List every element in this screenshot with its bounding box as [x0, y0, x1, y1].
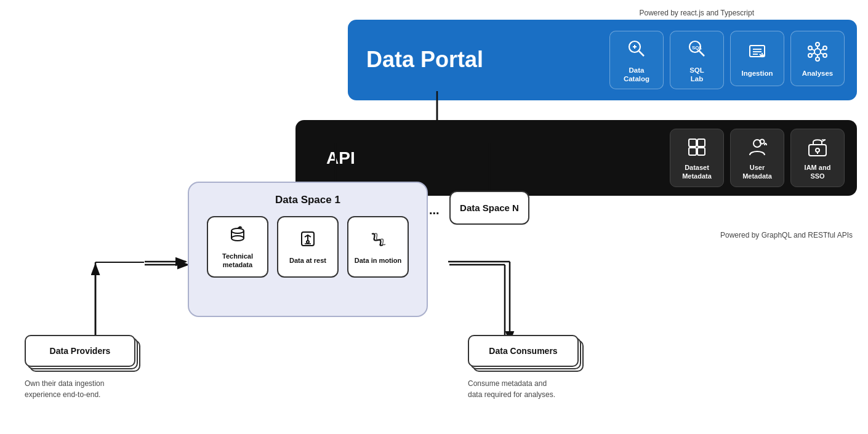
dataset-metadata-icon — [686, 137, 707, 160]
iam-sso-label: IAM andSSO — [805, 164, 831, 180]
ingestion-icon — [746, 41, 768, 66]
portal-icons-row: DataCatalog SQL SQLLab — [609, 31, 845, 89]
svg-rect-38 — [697, 148, 705, 155]
dataspace1-box: Data Space 1 Technicalmetadata — [188, 182, 428, 317]
dataspace1-title: Data Space 1 — [200, 194, 416, 206]
technical-metadata-label: Technicalmetadata — [222, 252, 253, 268]
svg-line-34 — [821, 49, 824, 50]
data-consumers-section: Data Consumers Consume metadata anddata … — [468, 335, 588, 400]
powered-label-bottom: Powered by GraphQL and RESTful APIs — [720, 231, 853, 239]
svg-rect-41 — [809, 145, 826, 156]
portal-icon-ingestion[interactable]: Ingestion — [730, 31, 784, 86]
ds-icon-technical-metadata: Technicalmetadata — [207, 216, 268, 278]
user-metadata-label: UserMetadata — [742, 164, 772, 180]
iam-sso-icon — [807, 137, 828, 160]
consumers-title: Data Consumers — [489, 346, 557, 356]
svg-point-26 — [823, 46, 827, 50]
portal-icon-data-catalog[interactable]: DataCatalog — [609, 31, 664, 89]
analyses-icon — [806, 41, 829, 66]
svg-point-42 — [816, 148, 819, 152]
portal-icon-analyses[interactable]: Analyses — [790, 31, 845, 86]
data-portal-title: Data Portal — [366, 47, 609, 73]
svg-line-33 — [812, 53, 815, 55]
data-providers-section: Data Providers Own their data ingestione… — [25, 335, 145, 400]
api-icons-row: DatasetMetadata UserMetadata — [670, 129, 845, 187]
svg-point-23 — [816, 42, 819, 46]
sql-icon: SQL — [686, 38, 708, 63]
dataspace1-icons: Technicalmetadata Data at rest — [200, 216, 416, 278]
consumers-description: Consume metadata anddata required for an… — [468, 378, 588, 400]
api-icon-dataset-metadata[interactable]: DatasetMetadata — [670, 129, 724, 187]
providers-description: Own their data ingestionexperience end-t… — [25, 378, 145, 400]
svg-line-31 — [812, 49, 815, 50]
svg-point-51 — [307, 241, 309, 243]
ds-icon-data-in-motion: Data in motion — [347, 216, 409, 278]
svg-point-24 — [816, 57, 819, 61]
svg-rect-35 — [689, 139, 696, 147]
data-in-motion-label: Data in motion — [355, 257, 401, 265]
dataspaceN-box: Data Space N — [449, 191, 529, 225]
data-providers-stack: Data Providers — [25, 335, 145, 372]
svg-point-22 — [814, 49, 821, 55]
data-at-rest-label: Data at rest — [289, 257, 326, 265]
svg-point-49 — [231, 236, 244, 241]
catalog-icon — [625, 38, 648, 63]
svg-point-27 — [808, 54, 812, 57]
ds-icon-data-at-rest: Data at rest — [277, 216, 339, 278]
svg-rect-37 — [689, 148, 696, 155]
dataspaceN-title: Data Space N — [460, 203, 519, 213]
user-metadata-icon — [747, 137, 768, 160]
powered-label-top: Powered by react.js and Typescript — [639, 9, 754, 17]
api-icon-user-metadata[interactable]: UserMetadata — [730, 129, 784, 187]
spaces-ellipsis: ... — [429, 203, 440, 217]
data-portal-section: Data Portal DataCatalog — [348, 20, 857, 100]
providers-title: Data Providers — [50, 346, 111, 356]
svg-line-15 — [699, 51, 704, 56]
svg-rect-36 — [697, 139, 705, 147]
diagram-container: Powered by react.js and Typescript Data … — [0, 0, 868, 434]
portal-icon-sql-lab[interactable]: SQL SQLLab — [670, 31, 724, 89]
api-title: API — [326, 148, 670, 168]
data-in-motion-icon — [368, 229, 388, 253]
svg-line-11 — [639, 51, 644, 56]
data-at-rest-icon — [298, 229, 318, 253]
svg-line-32 — [821, 53, 824, 55]
svg-point-46 — [231, 228, 244, 233]
api-icon-iam-sso[interactable]: IAM andSSO — [790, 129, 845, 187]
data-consumers-stack: Data Consumers — [468, 335, 588, 372]
analyses-label: Analyses — [802, 70, 834, 78]
sql-label: SQLLab — [689, 66, 704, 84]
svg-point-25 — [808, 46, 812, 50]
consumer-stack-layer-1: Data Consumers — [468, 335, 579, 367]
ingestion-label: Ingestion — [741, 70, 773, 78]
svg-text:SQL: SQL — [692, 45, 702, 50]
catalog-label: DataCatalog — [624, 66, 649, 84]
svg-point-28 — [823, 54, 827, 57]
stack-layer-1: Data Providers — [25, 335, 135, 367]
dataset-metadata-label: DatasetMetadata — [682, 164, 712, 180]
technical-metadata-icon — [228, 225, 247, 249]
